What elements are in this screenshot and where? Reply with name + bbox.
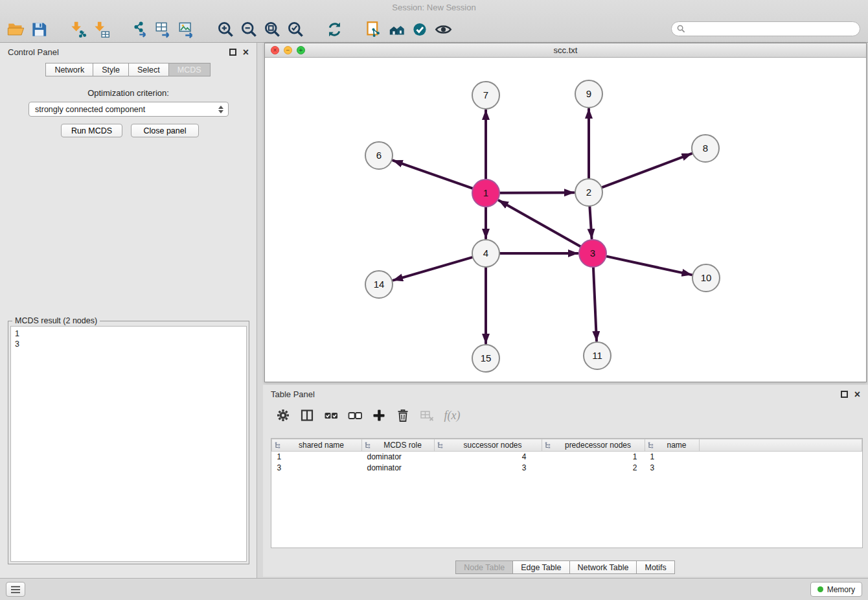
graph-node-9[interactable]: 9 [575, 80, 602, 108]
zoom-window-icon[interactable]: + [297, 46, 305, 54]
mcds-result-line: 1 [15, 329, 242, 339]
select-all-button[interactable] [321, 406, 341, 425]
export-network-button[interactable] [128, 18, 152, 40]
table-cell[interactable]: dominator [362, 452, 435, 463]
table-cell[interactable]: 3 [435, 463, 542, 474]
zoom-out-button[interactable] [237, 18, 260, 40]
graph-node-2[interactable]: 2 [575, 179, 602, 206]
close-window-icon[interactable]: × [271, 46, 279, 54]
column-header-name[interactable]: name [645, 439, 700, 452]
table-cell[interactable]: 3 [645, 463, 700, 474]
graph-node-7[interactable]: 7 [472, 82, 499, 109]
page-share-icon [365, 21, 382, 38]
show-columns-button[interactable] [297, 406, 317, 425]
table-panel: Table Panel × [263, 385, 868, 577]
column-header-shared-name[interactable]: shared name [272, 439, 362, 452]
graph-node-8[interactable]: 8 [692, 135, 719, 162]
table-cell[interactable]: dominator [362, 463, 435, 474]
table-cell[interactable]: 1 [272, 452, 362, 463]
tab-mcds[interactable]: MCDS [168, 63, 211, 76]
close-table-panel-icon[interactable]: × [854, 391, 860, 398]
delete-table-button[interactable] [417, 406, 437, 425]
graph-node-10[interactable]: 10 [692, 264, 720, 292]
float-panel-icon[interactable] [229, 49, 236, 56]
column-header-successor-nodes[interactable]: successor nodes [435, 439, 542, 452]
tab-network[interactable]: Network [45, 63, 93, 76]
table-row[interactable]: 1dominator411 [272, 452, 862, 463]
function-builder-button[interactable]: f(x) [441, 406, 461, 425]
float-table-panel-icon[interactable] [841, 391, 848, 398]
graph-edge-3-11[interactable] [593, 268, 597, 341]
graph-node-4[interactable]: 4 [472, 240, 499, 267]
node-table-container[interactable]: shared name MCDS role successor nodes pr… [271, 438, 863, 548]
table-cell[interactable]: 1 [645, 452, 700, 463]
tab-network-table[interactable]: Network Table [569, 560, 637, 574]
criterion-dropdown[interactable]: strongly connected component [29, 102, 229, 117]
export-image-button[interactable] [175, 18, 198, 40]
table-cell[interactable]: 3 [272, 463, 362, 474]
import-network-button[interactable] [66, 18, 89, 40]
graph-edge-4-14[interactable] [393, 257, 472, 280]
graph-edge-1-6[interactable] [393, 161, 473, 189]
minimize-window-icon[interactable]: − [284, 46, 292, 54]
tab-node-table[interactable]: Node Table [455, 560, 513, 574]
graph-node-11[interactable]: 11 [584, 342, 611, 369]
table-settings-button[interactable] [273, 406, 293, 425]
deselect-all-button[interactable] [345, 406, 365, 425]
graph-node-3[interactable]: 3 [579, 240, 606, 267]
graph-edge-3-1[interactable] [499, 200, 580, 246]
apply-style-button[interactable] [408, 18, 431, 40]
graph-node-14[interactable]: 14 [365, 271, 393, 298]
graph-edge-3-10[interactable] [606, 257, 691, 275]
graph-node-1[interactable]: 1 [472, 179, 499, 207]
run-mcds-button[interactable]: Run MCDS [61, 124, 122, 137]
svg-text:11: 11 [592, 350, 602, 361]
export-table-button[interactable] [152, 18, 175, 40]
network-canvas[interactable]: 7968124314101511 [265, 58, 866, 382]
graph-node-6[interactable]: 6 [365, 142, 393, 169]
home-button[interactable] [385, 18, 408, 40]
graph-edge-2-8[interactable] [602, 154, 692, 187]
search-box[interactable] [671, 21, 860, 36]
close-panel-button[interactable]: Close panel [131, 124, 199, 137]
graph-edge-2-3[interactable] [589, 207, 591, 238]
table-cell[interactable]: 1 [542, 452, 645, 463]
tab-edge-table[interactable]: Edge Table [512, 560, 569, 574]
import-table-button[interactable] [89, 18, 113, 40]
checked-boxes-icon [323, 408, 339, 423]
apply-layout-button[interactable] [323, 18, 346, 40]
close-panel-icon[interactable]: × [243, 49, 249, 56]
show-hide-button[interactable] [431, 18, 455, 40]
table-row[interactable]: 3dominator323 [272, 463, 862, 474]
create-column-button[interactable] [369, 406, 389, 425]
houses-icon [388, 21, 405, 38]
open-session-button[interactable] [4, 18, 27, 40]
tab-select[interactable]: Select [128, 63, 169, 76]
table-cell-filler [700, 452, 862, 463]
network-graph[interactable]: 7968124314101511 [265, 58, 866, 382]
app-header: Session: New Session [0, 0, 868, 43]
save-session-button[interactable] [27, 18, 51, 40]
table-cell[interactable]: 4 [435, 452, 542, 463]
search-input[interactable] [689, 24, 854, 34]
column-header-predecessor-nodes[interactable]: predecessor nodes [542, 439, 645, 452]
save-floppy-icon [30, 21, 48, 38]
column-header-mcds-role[interactable]: MCDS role [362, 439, 435, 452]
task-history-button[interactable] [6, 582, 25, 597]
tab-style[interactable]: Style [93, 63, 129, 76]
graph-edge-1-2[interactable] [500, 192, 574, 193]
table-cell[interactable]: 2 [542, 463, 645, 474]
zoom-fit-button[interactable] [260, 18, 284, 40]
node-table-body: 1dominator4113dominator323 [272, 452, 862, 474]
memory-button[interactable]: Memory [810, 582, 862, 597]
refresh-icon [326, 21, 343, 38]
column-tree-icon [365, 442, 372, 449]
mcds-result-list[interactable]: 1 3 [10, 326, 247, 562]
new-network-from-selection-button[interactable] [361, 18, 385, 40]
delete-column-button[interactable] [393, 406, 413, 425]
zoom-in-button[interactable] [214, 18, 237, 40]
graph-node-15[interactable]: 15 [472, 345, 499, 372]
tab-motifs[interactable]: Motifs [636, 560, 674, 574]
network-window-titlebar[interactable]: × − + scc.txt [265, 43, 866, 58]
zoom-selected-button[interactable] [284, 18, 307, 40]
